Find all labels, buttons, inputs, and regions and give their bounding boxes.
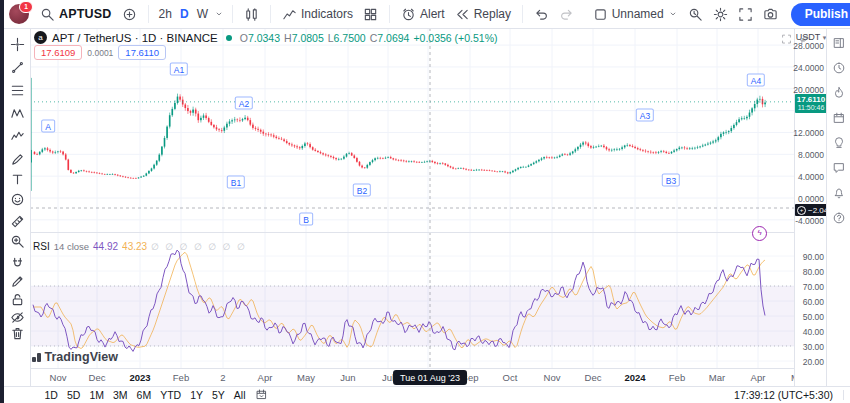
range-6m[interactable]: 6M bbox=[132, 389, 156, 401]
timeframe-menu-button[interactable] bbox=[212, 9, 226, 19]
tradingview-app: 1 APTUSD 2h D W Indicators Aler bbox=[0, 0, 850, 403]
symbol-legend[interactable]: a APT / TetherUS · 1D · BINANCE O7.0343 … bbox=[34, 31, 498, 44]
range-ytd[interactable]: YTD bbox=[156, 389, 186, 401]
fullscreen-button[interactable] bbox=[733, 7, 758, 22]
emoji-tool[interactable] bbox=[8, 190, 26, 208]
time-tick: May bbox=[297, 372, 315, 383]
layout-select[interactable]: Unnamed bbox=[588, 7, 683, 22]
price-tick: -4.0000 bbox=[795, 216, 824, 226]
notifications-icon[interactable] bbox=[830, 184, 847, 201]
separator bbox=[389, 5, 390, 23]
alert-clock-icon bbox=[401, 7, 416, 22]
chart-style-button[interactable] bbox=[239, 7, 264, 22]
timeframe-1w[interactable]: W bbox=[193, 7, 212, 21]
redo-button[interactable] bbox=[554, 7, 579, 22]
range-1y[interactable]: 1Y bbox=[186, 389, 208, 401]
grid-icon bbox=[363, 7, 378, 22]
layout-icon bbox=[593, 7, 608, 22]
chart-pane[interactable] bbox=[30, 28, 795, 368]
ohlc-values: O7.0343 H7.0805 L6.7500 C7.0694 +0.0356 … bbox=[240, 32, 498, 44]
goto-date-range-icon[interactable] bbox=[250, 388, 272, 403]
separator bbox=[522, 5, 523, 23]
user-menu-button[interactable]: 1 bbox=[9, 4, 29, 24]
time-tick: Feb bbox=[669, 372, 685, 383]
rsi-params: 14 close bbox=[54, 241, 89, 252]
alert-label: Alert bbox=[420, 7, 445, 21]
settings-button[interactable] bbox=[708, 7, 733, 22]
price-tick: 0.0000 bbox=[798, 194, 824, 204]
timeframe-1d[interactable]: D bbox=[176, 7, 193, 21]
elliott-wave-tool[interactable] bbox=[8, 127, 26, 145]
price-tick: 24.0000 bbox=[793, 63, 824, 73]
spread-value: 0.0001 bbox=[87, 48, 113, 58]
maximize-pane-icon[interactable] bbox=[781, 34, 792, 47]
sell-button[interactable]: 17.6109 bbox=[34, 45, 82, 60]
session-clock[interactable]: 17:39:12 (UTC+5:30) bbox=[734, 389, 843, 401]
alerts-icon[interactable] bbox=[830, 59, 847, 76]
gear-icon bbox=[713, 7, 728, 22]
chat-icon[interactable] bbox=[830, 159, 847, 176]
replay-icon bbox=[455, 7, 470, 22]
draw-tool[interactable] bbox=[8, 272, 26, 290]
top-toolbar: 1 APTUSD 2h D W Indicators Aler bbox=[4, 0, 850, 29]
range-5y[interactable]: 5Y bbox=[208, 389, 230, 401]
tradingview-logo[interactable]: TradingView bbox=[32, 350, 118, 364]
magnet-tool[interactable] bbox=[8, 254, 26, 272]
range-1m[interactable]: 1M bbox=[85, 389, 109, 401]
undo-button[interactable] bbox=[529, 7, 554, 22]
range-3m[interactable]: 3M bbox=[108, 389, 132, 401]
hotlists-icon[interactable] bbox=[830, 84, 847, 101]
calendar-icon[interactable] bbox=[830, 109, 847, 126]
time-axis[interactable]: Tue 01 Aug '23 NovDec2023Feb2AprMayJunJu… bbox=[30, 368, 827, 388]
quick-search-button[interactable] bbox=[683, 7, 708, 22]
range-1d[interactable]: 1D bbox=[40, 389, 62, 401]
apt-logo-icon: a bbox=[34, 31, 47, 44]
range-all[interactable]: All bbox=[229, 389, 250, 401]
rsi-tick: 50.00 bbox=[803, 312, 824, 322]
plus-circle-icon[interactable]: + bbox=[797, 206, 806, 215]
measure-tool[interactable] bbox=[8, 212, 26, 230]
brush-tool[interactable] bbox=[8, 150, 26, 168]
xabcd-pattern-tool[interactable] bbox=[8, 104, 26, 122]
screenshot-button[interactable] bbox=[758, 7, 783, 22]
fib-retracement-tool[interactable] bbox=[8, 81, 26, 99]
symbol-name: APTUSD bbox=[59, 7, 112, 21]
text-tool[interactable] bbox=[8, 170, 26, 188]
range-5d[interactable]: 5D bbox=[62, 389, 84, 401]
indicators-button[interactable]: Indicators bbox=[277, 7, 358, 22]
help-icon[interactable] bbox=[830, 209, 847, 226]
reset-scale-icon[interactable] bbox=[799, 34, 810, 47]
indicators-label: Indicators bbox=[301, 7, 353, 21]
zoom-in-tool[interactable] bbox=[8, 232, 26, 250]
bid-ask-row: 17.6109 0.0001 17.6110 bbox=[34, 45, 166, 60]
symbol-search-button[interactable]: APTUSD bbox=[35, 7, 117, 22]
compare-add-button[interactable] bbox=[117, 7, 142, 22]
tv-mark-icon bbox=[32, 353, 41, 362]
price-axis[interactable]: USDT ▾ 17.6110 11:50:46 + −2.0484 28.000… bbox=[794, 28, 827, 387]
watchlist-icon[interactable] bbox=[830, 34, 847, 51]
ideas-icon[interactable] bbox=[830, 134, 847, 151]
replay-button[interactable]: Replay bbox=[450, 7, 516, 22]
trash-tool[interactable] bbox=[8, 324, 26, 342]
trendline-tool[interactable] bbox=[8, 58, 26, 76]
pane-divider[interactable] bbox=[30, 232, 827, 233]
chevron-down-icon bbox=[214, 9, 224, 19]
price-tick: 12.0000 bbox=[793, 128, 824, 138]
indicators-icon bbox=[282, 7, 297, 22]
indicator-templates-button[interactable] bbox=[358, 7, 383, 22]
pane-scale-buttons[interactable] bbox=[779, 31, 812, 50]
rsi-tick: 30.00 bbox=[803, 342, 824, 352]
rsi-ma-value: 43.23 bbox=[122, 241, 147, 252]
alert-button[interactable]: Alert bbox=[396, 7, 450, 22]
rsi-name: RSI bbox=[33, 241, 50, 252]
rsi-legend[interactable]: RSI 14 close 44.92 43.23 ∅ ∅ ∅ ∅ ∅ ∅ ∅ bbox=[33, 241, 247, 252]
bottom-toolbar: 1D5D1M3M6MYTD1Y5YAll17:39:12 (UTC+5:30) bbox=[4, 386, 850, 403]
publish-button[interactable]: Publish bbox=[791, 3, 850, 26]
separator bbox=[232, 5, 233, 23]
time-tick: Apr bbox=[258, 372, 273, 383]
legend-title[interactable]: APT / TetherUS · 1D · BINANCE bbox=[52, 32, 218, 44]
buy-button[interactable]: 17.6110 bbox=[118, 45, 166, 60]
lock-tool[interactable] bbox=[8, 290, 26, 308]
crosshair-tool[interactable] bbox=[8, 35, 26, 53]
timeframe-2h[interactable]: 2h bbox=[155, 7, 176, 21]
